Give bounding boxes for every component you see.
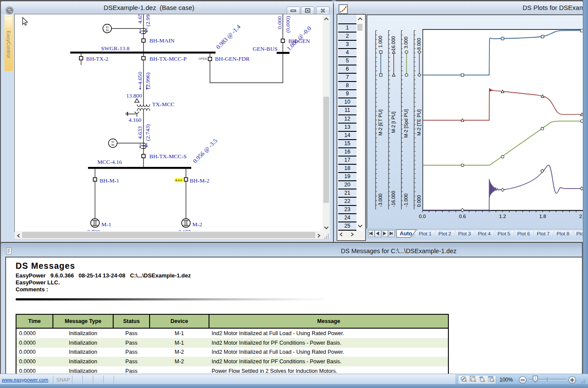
svg-text:-1.000: -1.000	[403, 193, 408, 207]
svg-text:(2.996): (2.996)	[144, 72, 151, 89]
svg-text:BH-M-1: BH-M-1	[100, 177, 119, 184]
svg-text:0.000: 0.000	[276, 16, 283, 29]
svg-text:BH-GEN-FDR: BH-GEN-FDR	[215, 55, 250, 62]
svg-text:13.800: 13.800	[126, 92, 142, 99]
svg-text:-3.000: -3.000	[378, 193, 383, 207]
svg-text:Plot 2: Plot 2	[438, 231, 451, 236]
svg-text:OPEN: OPEN	[199, 57, 207, 60]
svg-text:-16.000: -16.000	[391, 191, 396, 207]
svg-text:(2.996): (2.996)	[144, 14, 151, 26]
svg-text:4.633: 4.633	[137, 126, 143, 139]
svg-text:M-2 [ET PU]: M-2 [ET PU]	[378, 110, 383, 136]
svg-text:TX-MCC: TX-MCC	[152, 101, 174, 108]
svg-text:Plot 3: Plot 3	[458, 231, 470, 236]
svg-text:0.6: 0.6	[459, 214, 466, 219]
svg-text:Plot 5: Plot 5	[497, 231, 510, 236]
svg-text:(0.000): (0.000)	[284, 16, 291, 33]
svg-text:Plot 4: Plot 4	[478, 231, 491, 236]
svg-text:2.4: 2.4	[579, 214, 583, 219]
svg-text:16.000: 16.000	[391, 36, 396, 51]
svg-text:Plot 8: Plot 8	[556, 231, 569, 236]
svg-text:BH-TX-MCC-P: BH-TX-MCC-P	[150, 55, 187, 62]
svg-text:1.8: 1.8	[539, 214, 546, 219]
svg-text:50: 50	[106, 29, 108, 32]
svg-text:BH-TX-2: BH-TX-2	[86, 55, 108, 62]
svg-text:0.000: 0.000	[416, 195, 421, 207]
svg-text:1.2: 1.2	[499, 214, 506, 219]
svg-text:51: 51	[111, 140, 114, 143]
svg-text:4.160: 4.160	[129, 117, 142, 123]
svg-text:8.000: 8.000	[416, 38, 421, 50]
svg-text:M-2 [TE PU]: M-2 [TE PU]	[416, 109, 421, 136]
svg-text:3.000: 3.000	[403, 36, 408, 49]
svg-text:MCC-4.16: MCC-4.16	[97, 159, 122, 165]
svg-text:4.650: 4.650	[137, 14, 143, 24]
svg-text:1.000: 1.000	[378, 36, 383, 48]
svg-text:o x c: o x c	[176, 179, 183, 182]
svg-text:Plot 7: Plot 7	[537, 231, 549, 236]
svg-text:0.983 @ -1.4: 0.983 @ -1.4	[215, 23, 242, 50]
svg-text:0.956 @ -3.5: 0.956 @ -3.5	[192, 137, 219, 164]
svg-text:Auto: Auto	[400, 231, 412, 237]
svg-text:BH-TX-MCC-S: BH-TX-MCC-S	[150, 153, 187, 160]
svg-text:Plot 9: Plot 9	[576, 231, 583, 236]
svg-text:M-2: M-2	[192, 221, 202, 228]
svg-text:SWGR-13.8: SWGR-13.8	[101, 45, 130, 52]
svg-text:BH-MAIN: BH-MAIN	[150, 37, 175, 44]
svg-text:M-2 [Spd PU]: M-2 [Spd PU]	[403, 109, 408, 138]
svg-text:50: 50	[111, 143, 114, 146]
svg-text:(2.743): (2.743)	[144, 124, 151, 141]
svg-text:0.0: 0.0	[419, 214, 426, 219]
svg-text:4.650: 4.650	[137, 72, 143, 85]
svg-text:Plot 1: Plot 1	[419, 231, 431, 236]
svg-text:Plot 6: Plot 6	[517, 231, 530, 236]
svg-text:M-1: M-1	[101, 221, 111, 228]
svg-text:GEN-BUS: GEN-BUS	[253, 46, 278, 52]
svg-text:M-2 [I PU]: M-2 [I PU]	[391, 111, 396, 133]
svg-text:BH-M-2: BH-M-2	[190, 177, 209, 184]
svg-text:51: 51	[106, 26, 108, 29]
